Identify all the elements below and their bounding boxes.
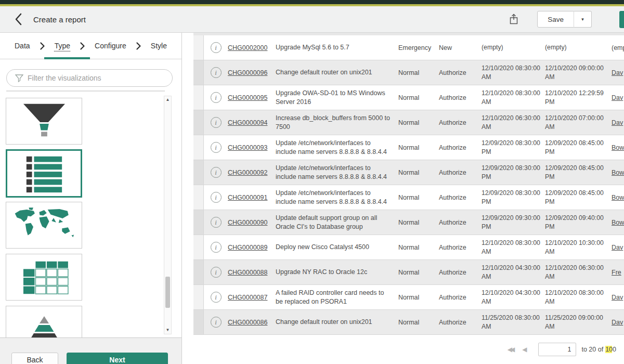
info-icon[interactable]: i (211, 42, 222, 53)
table-row[interactable]: i CHG0000087 A failed RAID controller ca… (193, 285, 624, 310)
info-icon[interactable]: i (211, 217, 222, 228)
step-type[interactable]: Type (55, 42, 70, 50)
step-style[interactable]: Style (151, 42, 167, 50)
scrollbar-thumb[interactable] (165, 277, 170, 308)
assigned-to-link[interactable]: Dav (612, 94, 623, 101)
info-icon[interactable]: i (211, 92, 222, 103)
record-number-link[interactable]: CHG0000091 (228, 194, 267, 201)
assigned-to-link[interactable]: Bow (612, 194, 624, 201)
viz-thumbnail-world-map[interactable] (6, 202, 82, 249)
next-button[interactable]: Next (67, 353, 168, 364)
viz-thumbnail-funnel[interactable] (6, 98, 82, 145)
table-row[interactable]: i CHG0000092 Update /etc/network/interfa… (193, 160, 624, 185)
row-gutter (193, 135, 204, 160)
record-number-link[interactable]: CHG0000092 (228, 169, 267, 176)
table-row[interactable]: i CHG0000091 Update /etc/network/interfa… (193, 185, 624, 210)
save-dropdown-button[interactable]: ▼ (574, 11, 592, 28)
assigned-cell: Bow (612, 169, 624, 176)
step-configure[interactable]: Configure (95, 42, 126, 50)
info-icon[interactable]: i (211, 67, 222, 78)
save-button[interactable]: Save (537, 11, 574, 28)
edge-accent-button[interactable] (619, 11, 624, 28)
table-row[interactable]: i CHG0000090 Update default support grou… (193, 210, 624, 235)
state-value: Authorize (439, 269, 482, 276)
page-number-input[interactable] (538, 343, 576, 356)
info-icon[interactable]: i (211, 292, 222, 303)
assigned-to-link[interactable]: Bow (612, 144, 624, 151)
record-number-link[interactable]: CHG0000087 (228, 294, 267, 301)
page-range-label: to 20 of (581, 346, 603, 353)
table-row[interactable]: i CHG0000088 Upgrade NY RAC to Oracle 12… (193, 260, 624, 285)
table-row[interactable]: i CHG0000096 Change default router on un… (193, 60, 624, 85)
scroll-up-button[interactable]: ▲ (166, 98, 170, 102)
row-info-cell: i (204, 117, 228, 128)
first-page-button[interactable]: ◀◀ (508, 346, 515, 353)
short-description: Change default router on unix201 (276, 68, 398, 77)
row-number-cell: CHG0000090 (228, 219, 276, 226)
info-icon[interactable]: i (211, 167, 222, 178)
row-gutter (193, 260, 204, 284)
info-icon[interactable]: i (211, 317, 222, 328)
row-number-cell: CHG0000088 (228, 269, 276, 276)
row-number-cell: CHG0000089 (228, 244, 276, 251)
share-button[interactable] (505, 11, 523, 28)
record-number-link[interactable]: CHG0000093 (228, 144, 267, 151)
record-number-link[interactable]: CHG0000088 (228, 269, 267, 276)
record-number-link[interactable]: CHG0002000 (228, 44, 267, 51)
info-icon[interactable]: i (211, 267, 222, 278)
record-number-link[interactable]: CHG0000086 (228, 319, 267, 326)
previous-page-button[interactable]: ◀ (522, 346, 527, 353)
assigned-to-link[interactable]: Dav (612, 119, 623, 126)
end-date: 12/10/2020 06:30:00 AM (545, 264, 612, 281)
viz-thumbnail-list[interactable] (6, 149, 82, 198)
table-row[interactable]: i CHG0000094 Increase db_block_buffers f… (193, 110, 624, 135)
table-row[interactable]: i CHG0002000 Upgrade MySql 5.6 to 5.7 Em… (193, 35, 624, 60)
table-row[interactable]: i CHG0000093 Update /etc/network/interfa… (193, 135, 624, 160)
record-number-link[interactable]: CHG0000089 (228, 244, 267, 251)
short-description: Update /etc/network/interfaces to includ… (276, 164, 398, 181)
assigned-to-link[interactable]: Dav (612, 294, 623, 301)
viz-thumbnail-pyramid[interactable] (6, 306, 82, 338)
viz-thumbnail-heatmap[interactable] (6, 254, 82, 301)
scrollbar-track[interactable]: ▲ ▼ (164, 96, 172, 334)
row-info-cell: i (204, 267, 228, 278)
scroll-down-button[interactable]: ▼ (166, 328, 170, 332)
state-value: Authorize (439, 69, 482, 76)
info-icon[interactable]: i (211, 117, 222, 128)
record-number-link[interactable]: CHG0000096 (228, 69, 267, 76)
save-split-button: Save ▼ (537, 11, 592, 28)
row-gutter (193, 235, 204, 259)
table-row[interactable]: i CHG0000095 Upgrade OWA-SD-01 to MS Win… (193, 85, 624, 110)
info-icon[interactable]: i (211, 142, 222, 153)
assigned-to-link[interactable]: Bow (612, 219, 624, 226)
assigned-to-link[interactable]: Fre (612, 269, 621, 276)
table-row[interactable]: i CHG0000086 Change default router on un… (193, 310, 624, 335)
info-icon[interactable]: i (211, 192, 222, 203)
back-arrow-button[interactable] (10, 11, 26, 27)
row-gutter (193, 160, 204, 185)
filter-input[interactable] (28, 74, 166, 82)
short-description: Increase db_block_buffers from 5000 to 7… (276, 114, 398, 132)
start-date: 12/09/2020 08:30:00 PM (482, 189, 545, 206)
priority-value: Normal (398, 119, 439, 126)
row-info-cell: i (204, 292, 228, 303)
back-button[interactable]: Back (11, 353, 58, 364)
step-data[interactable]: Data (15, 42, 30, 50)
assigned-to-link[interactable]: Bow (612, 169, 624, 176)
end-date: 12/10/2020 12:29:59 PM (545, 89, 612, 106)
record-number-link[interactable]: CHG0000095 (228, 94, 267, 101)
info-icon[interactable]: i (211, 242, 222, 253)
row-number-cell: CHG0000091 (228, 194, 276, 201)
assigned-to-link[interactable]: Dav (612, 69, 623, 76)
end-date: 12/10/2020 08:30:00 AM (545, 289, 612, 306)
assigned-to-link[interactable]: Dav (612, 244, 623, 251)
record-number-link[interactable]: CHG0000094 (228, 119, 267, 126)
end-date: 12/09/2020 08:45:00 PM (545, 164, 612, 181)
funnel-chart-icon (16, 100, 73, 142)
assigned-to-link[interactable]: Dav (612, 319, 623, 326)
record-number-link[interactable]: CHG0000090 (228, 219, 267, 226)
table-row[interactable]: i CHG0000089 Deploy new Cisco Catalyst 4… (193, 235, 624, 260)
chevron-right-icon (136, 42, 141, 50)
row-gutter (193, 185, 204, 210)
short-description: Upgrade OWA-SD-01 to MS Windows Server 2… (276, 89, 398, 107)
